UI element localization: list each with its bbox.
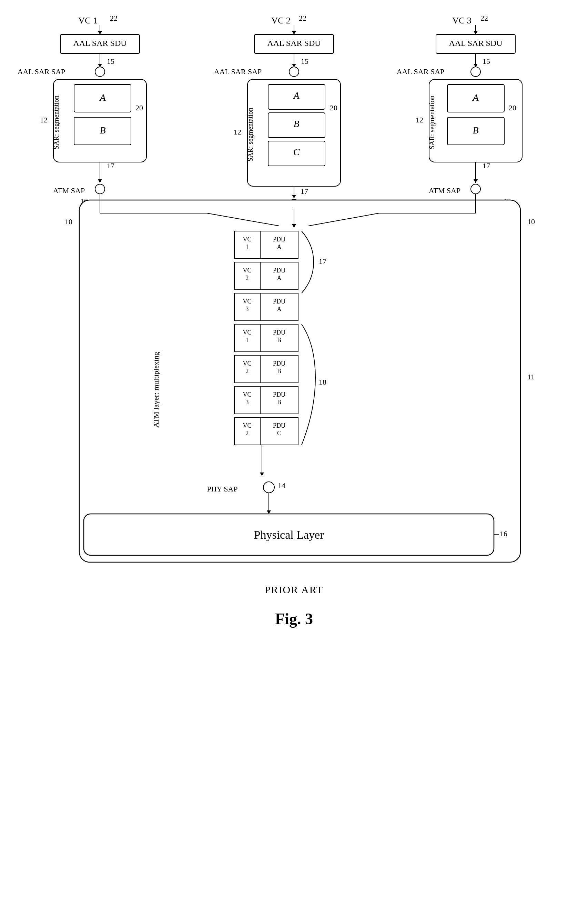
vc3-ref17: 17 [483,161,490,170]
pdu1-vc-label1: VC [242,236,251,243]
atm-ref10-left: 10 [65,217,72,226]
pdu7-pdu-label1: PDU [273,422,285,429]
pdu7-pdu-label2: C [277,430,281,437]
vc1-block-b-label: B [100,125,105,135]
vc2-sap-label: AAL SAR SAP [214,67,262,76]
pdu-ref18: 18 [319,378,326,386]
vc1-ref15: 15 [107,57,114,65]
vc2-ref20: 20 [330,103,338,112]
pdu6-pdu-label1: PDU [273,391,285,398]
vc2-label: VC 2 [271,16,290,25]
vc2-sdu-label: AAL SAR SDU [267,39,320,48]
vc3-block-b-label: B [472,125,479,135]
vc2-ref17: 17 [301,187,308,195]
phy-sap-label: PHY SAP [207,484,238,493]
pdu3-vc-label2: 3 [246,306,249,313]
pdu-ref17: 17 [319,257,326,265]
vc1-sdu-label: AAL SAR SDU [73,39,127,48]
vc1-sap-label: AAL SAR SAP [17,67,65,76]
vc2-ref22: 22 [299,14,306,22]
vc3-atm-sap-label: ATM SAP [429,186,460,195]
pdu3-pdu-label2: A [277,306,282,313]
pdu6-pdu-label2: B [277,399,281,406]
physical-layer-ref16: 16 [500,529,507,538]
vc3-sar-label: SAR: segmentation [428,95,436,149]
vc1-atm-sap-circle [95,184,105,194]
svg-marker-13 [474,31,478,35]
pdu3-vc-label1: VC [242,298,251,305]
vc2-block-c-label: C [293,146,300,157]
pdu2-vc-label2: 2 [246,275,249,281]
vc3-ref15: 15 [483,57,490,65]
physical-layer-label: Physical Layer [254,529,324,541]
atm-layer-box [79,200,520,562]
vc1-ref12: 12 [40,116,48,124]
svg-marker-7 [292,31,296,35]
diagram-svg: VC 1 22 AAL SAR SDU 15 AAL SAR SAP 12 SA… [0,0,588,905]
svg-marker-1 [98,31,102,35]
pdu5-vc-label1: VC [242,360,251,367]
vc1-ref17: 17 [107,161,114,170]
prior-art-label: PRIOR ART [265,584,323,595]
atm-layer-label: ATM layer: multiplexing [152,352,160,428]
vc2-block-a-label: A [293,90,300,101]
pdu7-vc-label1: VC [242,422,251,429]
vc2-sar-label: SAR: segmentation [246,108,254,161]
pdu1-vc-label2: 1 [246,243,249,250]
pdu4-pdu-label1: PDU [273,329,285,336]
pdu5-pdu-label1: PDU [273,360,285,367]
vc3-ref12: 12 [416,116,423,124]
atm-ref10-right: 10 [527,217,535,226]
diagram-container: VC 1 22 AAL SAR SDU 15 AAL SAR SAP 12 SA… [0,0,588,905]
vc3-block-a-label: A [472,92,479,103]
vc1-sap-circle [95,67,105,76]
pdu2-pdu-label2: A [277,275,282,281]
vc3-sap-circle [471,67,480,76]
pdu4-pdu-label2: B [277,337,281,343]
atm-ref11: 11 [527,373,534,381]
pdu4-vc-label1: VC [242,329,251,336]
phy-sap-ref14: 14 [278,481,285,490]
pdu4-vc-label2: 1 [246,337,249,343]
fig3-label: Fig. 3 [275,610,313,628]
vc2-sap-circle [289,67,299,76]
pdu6-vc-label2: 3 [246,399,249,406]
pdu2-vc-label1: VC [242,267,251,274]
vc1-sar-label: SAR: segmentation [52,95,60,149]
svg-marker-17 [474,179,478,183]
pdu5-vc-label2: 2 [246,368,249,375]
vc2-ref12: 12 [234,128,241,136]
vc2-block-b-label: B [293,118,299,129]
vc1-atm-sap-label: ATM SAP [53,186,85,195]
pdu2-pdu-label1: PDU [273,267,285,274]
pdu1-pdu-label1: PDU [273,236,285,243]
vc1-block-a-label: A [99,92,106,103]
phy-sap-circle [263,482,274,493]
vc3-ref20: 20 [509,103,516,112]
vc1-ref22: 22 [110,14,117,22]
pdu6-vc-label1: VC [242,391,251,398]
pdu1-pdu-label2: A [277,243,282,250]
vc2-ref15: 15 [301,57,309,65]
vc3-sdu-label: AAL SAR SDU [449,39,502,48]
svg-marker-5 [98,179,102,183]
vc1-ref20: 20 [135,103,143,112]
svg-marker-11 [292,195,296,198]
pdu5-pdu-label2: B [277,368,281,375]
vc1-label: VC 1 [78,16,98,25]
vc3-label: VC 3 [452,16,472,25]
pdu3-pdu-label1: PDU [273,298,285,305]
vc3-ref22: 22 [480,14,488,22]
vc3-sap-label: AAL SAR SAP [397,67,445,76]
vc3-atm-sap-circle [471,184,480,194]
pdu7-vc-label2: 2 [246,430,249,437]
